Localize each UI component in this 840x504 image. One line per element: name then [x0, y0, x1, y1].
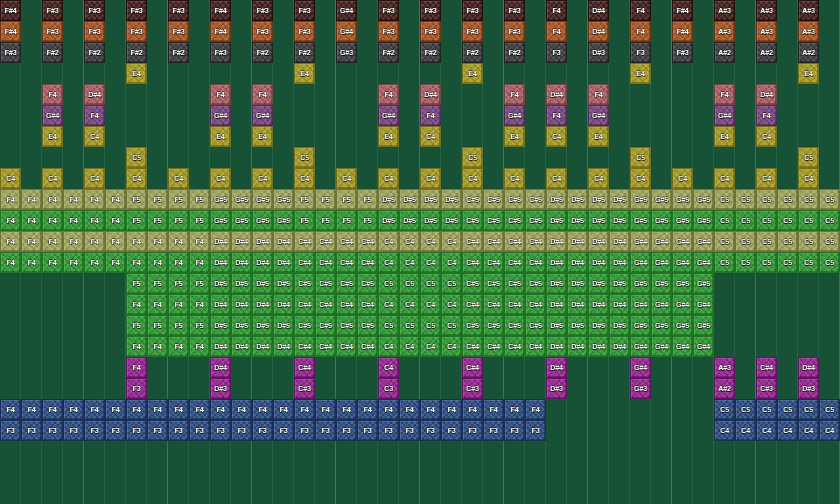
- note-block-fs3[interactable]: F#3: [294, 21, 315, 42]
- note-block-c5[interactable]: C5: [441, 273, 462, 294]
- note-block-f4[interactable]: F4: [21, 231, 42, 252]
- note-block-f3[interactable]: F3: [546, 42, 567, 63]
- note-block-gs5[interactable]: G#5: [693, 273, 714, 294]
- note-block-e4[interactable]: E4: [210, 126, 231, 147]
- note-block-ds4[interactable]: D#4: [420, 84, 441, 105]
- note-block-e4[interactable]: E4: [504, 126, 525, 147]
- note-block-f4[interactable]: F4: [105, 231, 126, 252]
- note-block-cs4[interactable]: C#4: [525, 231, 546, 252]
- note-block-fs3[interactable]: F#3: [252, 0, 273, 21]
- note-block-c4[interactable]: C4: [252, 168, 273, 189]
- note-block-f3[interactable]: F3: [420, 420, 441, 441]
- note-block-fs3[interactable]: F#3: [462, 21, 483, 42]
- note-block-ds5[interactable]: D#5: [588, 210, 609, 231]
- note-block-cs5[interactable]: C#5: [525, 315, 546, 336]
- note-block-cs4[interactable]: C#4: [294, 294, 315, 315]
- note-block-cs5[interactable]: C#5: [462, 273, 483, 294]
- note-block-fs3[interactable]: F#3: [420, 21, 441, 42]
- note-block-cs5[interactable]: C#5: [357, 315, 378, 336]
- note-block-f3[interactable]: F3: [210, 420, 231, 441]
- note-block-f3[interactable]: F3: [483, 420, 504, 441]
- note-block-fs3[interactable]: F#3: [504, 0, 525, 21]
- note-block-f4[interactable]: F4: [84, 252, 105, 273]
- note-block-f4[interactable]: F4: [21, 252, 42, 273]
- note-block-ds5[interactable]: D#5: [546, 273, 567, 294]
- note-block-f5[interactable]: F5: [147, 189, 168, 210]
- note-block-fs2[interactable]: F#2: [378, 42, 399, 63]
- note-block-gs4[interactable]: G#4: [693, 252, 714, 273]
- note-block-gs5[interactable]: G#5: [630, 189, 651, 210]
- note-block-c5[interactable]: C5: [441, 315, 462, 336]
- note-block-f4[interactable]: F4: [147, 231, 168, 252]
- note-block-as3[interactable]: A#3: [798, 0, 819, 21]
- note-block-cs4[interactable]: C#4: [336, 252, 357, 273]
- note-block-gs5[interactable]: G#5: [693, 315, 714, 336]
- note-block-gs4[interactable]: G#4: [630, 231, 651, 252]
- note-block-c5[interactable]: C5: [399, 273, 420, 294]
- note-block-f4[interactable]: F4: [0, 399, 21, 420]
- note-block-ds5[interactable]: D#5: [231, 315, 252, 336]
- note-block-gs4[interactable]: G#4: [693, 336, 714, 357]
- note-block-gs4[interactable]: G#4: [651, 231, 672, 252]
- note-block-gs4[interactable]: G#4: [252, 105, 273, 126]
- note-block-cs5[interactable]: C#5: [357, 273, 378, 294]
- note-block-f4[interactable]: F4: [147, 399, 168, 420]
- note-block-f4[interactable]: F4: [504, 84, 525, 105]
- note-block-c4[interactable]: C4: [378, 231, 399, 252]
- note-block-c4[interactable]: C4: [168, 168, 189, 189]
- note-block-cs4[interactable]: C#4: [504, 336, 525, 357]
- note-block-c4[interactable]: C4: [0, 168, 21, 189]
- note-block-gs4[interactable]: G#4: [672, 294, 693, 315]
- note-block-e4[interactable]: E4: [630, 63, 651, 84]
- note-block-c4[interactable]: C4: [399, 336, 420, 357]
- note-block-cs4[interactable]: C#4: [462, 252, 483, 273]
- note-block-as3[interactable]: A#3: [714, 0, 735, 21]
- note-block-f4[interactable]: F4: [546, 21, 567, 42]
- note-block-e4[interactable]: E4: [588, 126, 609, 147]
- note-block-f3[interactable]: F3: [273, 420, 294, 441]
- note-block-c4[interactable]: C4: [441, 336, 462, 357]
- note-block-f4[interactable]: F4: [63, 399, 84, 420]
- note-block-f3[interactable]: F3: [126, 378, 147, 399]
- note-block-gs3[interactable]: G#3: [336, 42, 357, 63]
- note-block-ds4[interactable]: D#4: [210, 336, 231, 357]
- note-block-f3[interactable]: F3: [84, 420, 105, 441]
- note-block-c5[interactable]: C5: [294, 147, 315, 168]
- note-block-gs5[interactable]: G#5: [651, 273, 672, 294]
- note-block-f3[interactable]: F3: [336, 420, 357, 441]
- note-block-gs5[interactable]: G#5: [693, 210, 714, 231]
- note-block-f4[interactable]: F4: [168, 399, 189, 420]
- note-block-c4[interactable]: C4: [441, 252, 462, 273]
- note-block-ds5[interactable]: D#5: [399, 210, 420, 231]
- note-block-c4[interactable]: C4: [420, 126, 441, 147]
- note-block-fs3[interactable]: F#3: [168, 21, 189, 42]
- note-block-ds4[interactable]: D#4: [231, 252, 252, 273]
- note-block-ds4[interactable]: D#4: [588, 21, 609, 42]
- note-block-ds4[interactable]: D#4: [210, 294, 231, 315]
- note-block-fs2[interactable]: F#2: [420, 42, 441, 63]
- note-block-gs4[interactable]: G#4: [588, 105, 609, 126]
- note-block-f5[interactable]: F5: [168, 189, 189, 210]
- note-block-cs4[interactable]: C#4: [315, 336, 336, 357]
- note-block-cs4[interactable]: C#4: [315, 231, 336, 252]
- note-block-ds4[interactable]: D#4: [588, 231, 609, 252]
- note-block-ds5[interactable]: D#5: [252, 273, 273, 294]
- note-block-f4[interactable]: F4: [189, 252, 210, 273]
- note-block-c4[interactable]: C4: [420, 231, 441, 252]
- note-block-c4[interactable]: C4: [336, 168, 357, 189]
- note-block-f4[interactable]: F4: [126, 357, 147, 378]
- note-block-cs4[interactable]: C#4: [462, 294, 483, 315]
- note-block-e4[interactable]: E4: [378, 126, 399, 147]
- note-block-c4[interactable]: C4: [546, 126, 567, 147]
- note-block-ds4[interactable]: D#4: [567, 231, 588, 252]
- note-block-fs2[interactable]: F#2: [294, 42, 315, 63]
- note-block-f4[interactable]: F4: [441, 399, 462, 420]
- note-block-c5[interactable]: C5: [462, 147, 483, 168]
- note-block-fs3[interactable]: F#3: [294, 0, 315, 21]
- note-block-f4[interactable]: F4: [126, 231, 147, 252]
- note-block-ds5[interactable]: D#5: [588, 315, 609, 336]
- note-block-f5[interactable]: F5: [189, 315, 210, 336]
- note-block-f5[interactable]: F5: [315, 189, 336, 210]
- note-block-f3[interactable]: F3: [231, 420, 252, 441]
- note-block-f4[interactable]: F4: [147, 252, 168, 273]
